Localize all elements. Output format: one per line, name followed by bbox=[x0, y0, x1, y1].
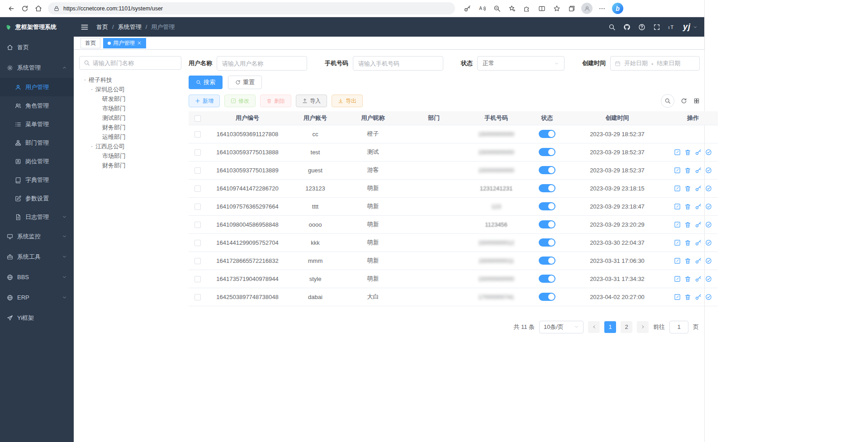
sidebar-item-role[interactable]: 角色管理 bbox=[0, 96, 74, 115]
assign-role-action-icon[interactable] bbox=[705, 203, 712, 210]
key-button[interactable] bbox=[460, 2, 474, 15]
edit-action-icon[interactable] bbox=[674, 257, 681, 264]
tree-node[interactable]: 市场部门 bbox=[79, 104, 181, 113]
delete-action-icon[interactable] bbox=[684, 239, 691, 246]
assign-role-action-icon[interactable] bbox=[705, 257, 712, 264]
collections-button[interactable] bbox=[565, 2, 579, 15]
reset-password-action-icon[interactable] bbox=[695, 203, 702, 210]
delete-action-icon[interactable] bbox=[684, 257, 691, 264]
profile-icon[interactable] bbox=[581, 3, 593, 14]
row-checkbox[interactable] bbox=[194, 258, 201, 264]
row-checkbox[interactable] bbox=[194, 167, 201, 174]
status-toggle[interactable] bbox=[539, 184, 555, 192]
reset-password-action-icon[interactable] bbox=[695, 185, 702, 192]
status-toggle[interactable] bbox=[539, 238, 555, 247]
username-input[interactable] bbox=[217, 56, 307, 71]
tree-node[interactable]: 橙子科技 bbox=[79, 75, 181, 85]
column-settings-icon[interactable] bbox=[693, 98, 700, 104]
back-button[interactable] bbox=[5, 2, 18, 15]
export-button[interactable]: 导出 bbox=[332, 95, 363, 107]
tree-caret-icon[interactable] bbox=[88, 144, 95, 149]
favorites-bar-button[interactable] bbox=[550, 2, 564, 15]
sidebar-item-dept[interactable]: 部门管理 bbox=[0, 133, 74, 152]
reset-button[interactable]: 重置 bbox=[228, 76, 262, 89]
date-range-picker[interactable]: 开始日期 - 结束日期 bbox=[610, 56, 700, 71]
delete-action-icon[interactable] bbox=[684, 149, 691, 156]
home-button[interactable] bbox=[32, 2, 45, 15]
status-toggle[interactable] bbox=[539, 257, 555, 265]
settings-more-button[interactable] bbox=[595, 2, 609, 15]
refresh-button[interactable] bbox=[18, 2, 32, 15]
assign-role-action-icon[interactable] bbox=[705, 221, 712, 228]
status-toggle[interactable] bbox=[539, 275, 555, 283]
reset-password-action-icon[interactable] bbox=[695, 294, 702, 300]
sidebar-item-dict[interactable]: 字典管理 bbox=[0, 171, 74, 189]
row-checkbox[interactable] bbox=[194, 240, 201, 246]
delete-action-icon[interactable] bbox=[684, 167, 691, 174]
status-toggle[interactable] bbox=[539, 166, 555, 174]
page-button-2[interactable]: 2 bbox=[621, 321, 632, 333]
search-icon[interactable] bbox=[608, 24, 616, 31]
row-checkbox[interactable] bbox=[194, 131, 201, 138]
tree-node[interactable]: 测试部门 bbox=[79, 113, 181, 123]
extensions-button[interactable] bbox=[520, 2, 534, 15]
sidebar-item-yi-frame[interactable]: Yi框架 bbox=[0, 308, 74, 328]
collapse-sidebar-icon[interactable] bbox=[81, 23, 89, 31]
tree-node[interactable]: 市场部门 bbox=[79, 151, 181, 161]
tree-node[interactable]: 江西总公司 bbox=[79, 142, 181, 151]
next-page-button[interactable] bbox=[637, 321, 649, 333]
fullscreen-icon[interactable] bbox=[653, 24, 660, 31]
sidebar-item-home[interactable]: 首页 bbox=[0, 37, 74, 57]
assign-role-action-icon[interactable] bbox=[705, 149, 712, 156]
select-all-checkbox[interactable] bbox=[194, 115, 201, 122]
status-toggle[interactable] bbox=[539, 220, 555, 228]
sidebar-item-bbs[interactable]: BBS bbox=[0, 267, 74, 287]
import-button[interactable]: 导入 bbox=[296, 95, 327, 107]
breadcrumb-item[interactable]: 首页 bbox=[96, 23, 108, 31]
edit-action-icon[interactable] bbox=[674, 276, 681, 282]
address-bar[interactable]: https://ccnetcore.com:1101/system/user bbox=[48, 2, 455, 14]
status-toggle[interactable] bbox=[539, 148, 555, 156]
row-checkbox[interactable] bbox=[194, 294, 201, 300]
status-toggle[interactable] bbox=[539, 130, 555, 138]
row-checkbox[interactable] bbox=[194, 149, 201, 156]
favorites-add-button[interactable] bbox=[505, 2, 519, 15]
reset-password-action-icon[interactable] bbox=[695, 276, 702, 282]
status-toggle[interactable] bbox=[539, 202, 555, 210]
delete-button[interactable]: 删除 bbox=[260, 95, 291, 107]
sidebar-item-post[interactable]: 岗位管理 bbox=[0, 152, 74, 171]
row-checkbox[interactable] bbox=[194, 276, 201, 282]
zoom-out-button[interactable] bbox=[490, 2, 504, 15]
reset-password-action-icon[interactable] bbox=[695, 257, 702, 264]
tree-node[interactable]: 财务部门 bbox=[79, 161, 181, 170]
reset-password-action-icon[interactable] bbox=[695, 239, 702, 246]
tab-user-management[interactable]: 用户管理 bbox=[103, 38, 146, 48]
github-icon[interactable] bbox=[623, 24, 631, 31]
tree-caret-icon[interactable] bbox=[88, 87, 95, 92]
phone-input[interactable] bbox=[353, 56, 443, 71]
tab-home[interactable]: 首页 bbox=[81, 38, 100, 48]
user-avatar[interactable]: yj bbox=[683, 22, 697, 32]
sidebar-item-menu[interactable]: 菜单管理 bbox=[0, 115, 74, 133]
tab-close-icon[interactable] bbox=[137, 41, 142, 45]
delete-action-icon[interactable] bbox=[684, 221, 691, 228]
sidebar-item-erp[interactable]: ERP bbox=[0, 287, 74, 308]
edit-action-icon[interactable] bbox=[674, 294, 681, 300]
delete-action-icon[interactable] bbox=[684, 294, 691, 300]
question-icon[interactable] bbox=[638, 24, 645, 31]
sidebar-item-monitor[interactable]: 系统监控 bbox=[0, 226, 74, 247]
row-checkbox[interactable] bbox=[194, 185, 201, 192]
reset-password-action-icon[interactable] bbox=[695, 149, 702, 156]
row-checkbox[interactable] bbox=[194, 204, 201, 210]
font-size-icon[interactable] bbox=[668, 24, 675, 31]
edit-action-icon[interactable] bbox=[674, 167, 681, 174]
assign-role-action-icon[interactable] bbox=[705, 185, 712, 192]
edit-action-icon[interactable] bbox=[674, 185, 681, 192]
assign-role-action-icon[interactable] bbox=[705, 276, 712, 282]
edit-action-icon[interactable] bbox=[674, 221, 681, 228]
breadcrumb-item[interactable]: 系统管理 bbox=[118, 23, 142, 31]
tree-caret-icon[interactable] bbox=[81, 77, 89, 83]
reset-password-action-icon[interactable] bbox=[695, 167, 702, 174]
sidebar-item-log[interactable]: 日志管理 bbox=[0, 208, 74, 226]
sidebar-item-config[interactable]: 参数设置 bbox=[0, 189, 74, 208]
